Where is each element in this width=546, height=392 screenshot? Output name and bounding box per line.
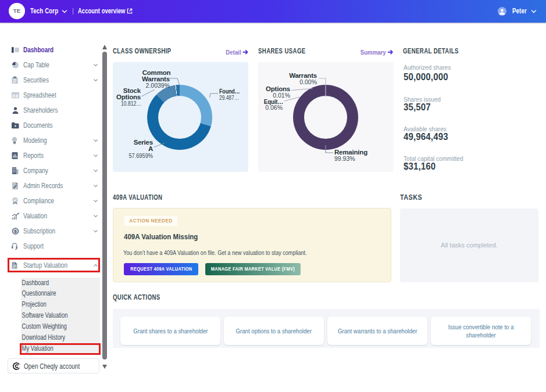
- svg-text:$: $: [14, 229, 17, 234]
